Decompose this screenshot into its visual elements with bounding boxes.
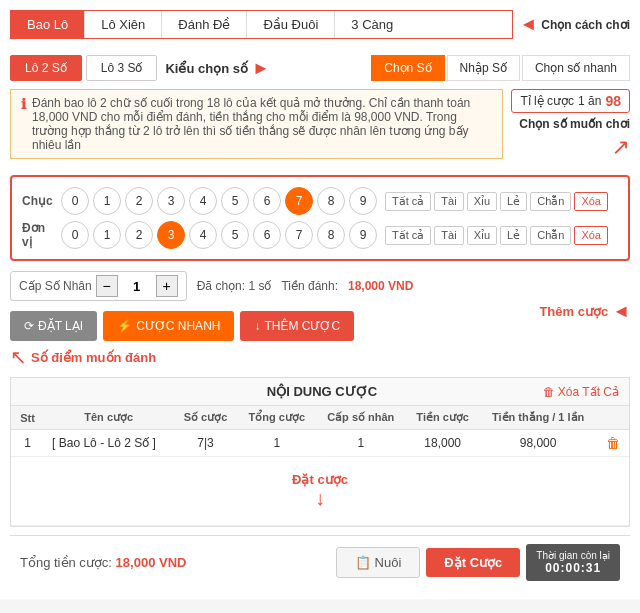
add-bet-button[interactable]: ↓ THÊM CƯỢC bbox=[240, 311, 354, 341]
chuc-digit-7[interactable]: 7 bbox=[285, 187, 313, 215]
tong-tien-label: Tổng tiền cược: bbox=[20, 555, 112, 570]
trash-icon: 🗑 bbox=[543, 385, 555, 399]
chuc-label: Chục bbox=[22, 194, 57, 208]
don-vi-tat-ca[interactable]: Tất cả bbox=[385, 226, 431, 245]
controls-row: Cấp Số Nhân − 1 + Đã chọn: 1 số Tiền đán… bbox=[10, 271, 413, 301]
don-vi-chan[interactable]: Chẵn bbox=[530, 226, 571, 245]
chuc-digit-3[interactable]: 3 bbox=[157, 187, 185, 215]
table-empty-row: Đặt cược ↓ bbox=[11, 457, 629, 526]
don-vi-digit-3[interactable]: 3 bbox=[157, 221, 185, 249]
info-icon: ℹ bbox=[21, 96, 26, 112]
chuc-chan[interactable]: Chẵn bbox=[530, 192, 571, 211]
chuc-digit-8[interactable]: 8 bbox=[317, 187, 345, 215]
don-vi-digit-4[interactable]: 4 bbox=[189, 221, 217, 249]
table-row: 1 [ Bao Lô - Lô 2 Số ] 7|3 1 1 18,000 98… bbox=[11, 430, 629, 457]
col-tong-cuoc: Tổng cược bbox=[238, 406, 316, 430]
tab-3-cang[interactable]: 3 Càng bbox=[335, 11, 409, 38]
page-container: Bao Lô Lô Xiên Đánh Đề Đầu Đuôi 3 Càng ◄… bbox=[0, 0, 640, 599]
col-cap-so-nhan: Cấp số nhân bbox=[316, 406, 406, 430]
bet-table: Stt Tên cược Số cược Tổng cược Cấp số nh… bbox=[11, 406, 629, 526]
cell-tien-thang: 98,000 bbox=[480, 430, 597, 457]
chuc-digit-0[interactable]: 0 bbox=[61, 187, 89, 215]
arrow-right-icon: ► bbox=[252, 58, 270, 79]
don-vi-digit-1[interactable]: 1 bbox=[93, 221, 121, 249]
arrow-up-left-icon: ↖ bbox=[10, 345, 27, 369]
don-vi-digit-5[interactable]: 5 bbox=[221, 221, 249, 249]
chuc-digit-1[interactable]: 1 bbox=[93, 187, 121, 215]
reset-label: ĐẶT LẠI bbox=[38, 319, 83, 333]
nuoi-icon: 📋 bbox=[355, 555, 371, 570]
delete-row-icon[interactable]: 🗑 bbox=[606, 435, 620, 451]
nuoi-button[interactable]: 📋 Nuôi bbox=[336, 547, 420, 578]
tab-danh-de[interactable]: Đánh Đề bbox=[162, 11, 247, 38]
col-action bbox=[597, 406, 629, 430]
tab-bao-lo[interactable]: Bao Lô bbox=[11, 11, 85, 38]
reset-button[interactable]: ⟳ ĐẶT LẠI bbox=[10, 311, 97, 341]
ratio-label: Tỉ lệ cược bbox=[520, 94, 574, 108]
col-so-cuoc: Số cược bbox=[173, 406, 237, 430]
don-vi-digit-0[interactable]: 0 bbox=[61, 221, 89, 249]
don-vi-tai[interactable]: Tài bbox=[434, 226, 463, 245]
sub-tab-bar: Lô 2 Số Lô 3 Số bbox=[10, 55, 157, 81]
dat-cuoc-arrow-icon: ↓ bbox=[29, 487, 611, 510]
don-vi-xiu[interactable]: Xỉu bbox=[467, 226, 497, 245]
chuc-digit-2[interactable]: 2 bbox=[125, 187, 153, 215]
timer-label: Thời gian còn lại bbox=[536, 550, 610, 561]
chuc-xoa[interactable]: Xóa bbox=[574, 192, 608, 211]
chuc-tat-ca[interactable]: Tất cả bbox=[385, 192, 431, 211]
them-cuoc-label: Thêm cược bbox=[539, 304, 608, 319]
btn-nhap-so[interactable]: Nhập Số bbox=[447, 55, 520, 81]
action-buttons: ⟳ ĐẶT LẠI ⚡ CƯỢC NHANH ↓ THÊM CƯỢC bbox=[10, 311, 354, 341]
ratio-value2: 98 bbox=[605, 93, 621, 109]
clear-all-button[interactable]: 🗑 Xóa Tất Cả bbox=[543, 385, 619, 399]
don-vi-digit-9[interactable]: 9 bbox=[349, 221, 377, 249]
chuc-actions: Tất cả Tài Xỉu Lẻ Chẵn Xóa bbox=[385, 192, 608, 211]
bet-content-title: NỘI DUNG CƯỢC bbox=[101, 384, 543, 399]
dat-cuoc-button[interactable]: Đặt Cược bbox=[426, 548, 520, 577]
info-box: ℹ Đánh bao lô 2 chữ số cuối trong 18 lô … bbox=[10, 89, 503, 159]
col-tien-thang: Tiền thắng / 1 lần bbox=[480, 406, 597, 430]
timer-value: 00:00:31 bbox=[536, 561, 610, 575]
chuc-digit-9[interactable]: 9 bbox=[349, 187, 377, 215]
multiplier-increase[interactable]: + bbox=[156, 275, 178, 297]
chuc-tai[interactable]: Tài bbox=[434, 192, 463, 211]
dat-cuoc-annotation: Đặt cược bbox=[29, 472, 611, 487]
chuc-digit-4[interactable]: 4 bbox=[189, 187, 217, 215]
multiplier-value: 1 bbox=[122, 279, 152, 294]
sub-tab-lo2so[interactable]: Lô 2 Số bbox=[10, 55, 82, 81]
kieu-chon-so-label: Kiểu chọn số bbox=[165, 61, 248, 76]
don-vi-le[interactable]: Lẻ bbox=[500, 226, 527, 245]
col-ten-cuoc: Tên cược bbox=[44, 406, 173, 430]
multiplier-box: Cấp Số Nhân − 1 + bbox=[10, 271, 187, 301]
quick-bet-label: CƯỢC NHANH bbox=[136, 319, 220, 333]
tab-lo-xien[interactable]: Lô Xiên bbox=[85, 11, 162, 38]
tab-dau-duoi[interactable]: Đầu Đuôi bbox=[247, 11, 335, 38]
cell-tong-cuoc: 1 bbox=[238, 430, 316, 457]
chuc-digit-6[interactable]: 6 bbox=[253, 187, 281, 215]
chuc-row: Chục 0 1 2 3 4 5 6 7 8 9 Tất cả Tài Xỉu … bbox=[22, 187, 618, 215]
chuc-le[interactable]: Lẻ bbox=[500, 192, 527, 211]
don-vi-digit-2[interactable]: 2 bbox=[125, 221, 153, 249]
don-vi-digit-8[interactable]: 8 bbox=[317, 221, 345, 249]
don-vi-actions: Tất cả Tài Xỉu Lẻ Chẵn Xóa bbox=[385, 226, 608, 245]
main-tab-bar: Bao Lô Lô Xiên Đánh Đề Đầu Đuôi 3 Càng bbox=[10, 10, 513, 39]
selected-info: Đã chọn: 1 số bbox=[197, 279, 272, 293]
ratio-box: Tỉ lệ cược 1 ăn 98 bbox=[511, 89, 630, 113]
btn-chon-so[interactable]: Chọn Số bbox=[371, 55, 444, 81]
don-vi-digit-6[interactable]: 6 bbox=[253, 221, 281, 249]
multiplier-decrease[interactable]: − bbox=[96, 275, 118, 297]
cell-delete[interactable]: 🗑 bbox=[597, 430, 629, 457]
sub-tab-lo3so[interactable]: Lô 3 Số bbox=[86, 55, 158, 81]
don-vi-digit-7[interactable]: 7 bbox=[285, 221, 313, 249]
btn-chon-so-nhanh[interactable]: Chọn số nhanh bbox=[522, 55, 630, 81]
bet-content-header: NỘI DUNG CƯỢC 🗑 Xóa Tất Cả bbox=[11, 378, 629, 406]
total-section: Tổng tiền cược: 18,000 VND bbox=[20, 555, 186, 570]
don-vi-xoa[interactable]: Xóa bbox=[574, 226, 608, 245]
chuc-digit-5[interactable]: 5 bbox=[221, 187, 249, 215]
footer: Tổng tiền cược: 18,000 VND 📋 Nuôi Đặt Cư… bbox=[10, 535, 630, 589]
quick-bet-button[interactable]: ⚡ CƯỢC NHANH bbox=[103, 311, 234, 341]
cell-ten-cuoc: [ Bao Lô - Lô 2 Số ] bbox=[44, 430, 173, 457]
chuc-xiu[interactable]: Xỉu bbox=[467, 192, 497, 211]
cell-stt: 1 bbox=[11, 430, 44, 457]
cell-so-cuoc: 7|3 bbox=[173, 430, 237, 457]
